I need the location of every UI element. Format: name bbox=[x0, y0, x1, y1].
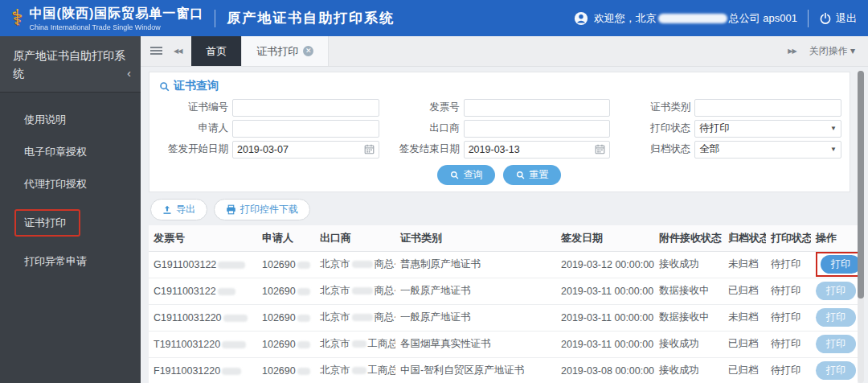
redaction-smudge bbox=[352, 340, 366, 348]
cert-type: 普惠制原产地证书 bbox=[395, 251, 556, 278]
sidebar-collapse-icon[interactable]: ‹ bbox=[127, 64, 131, 82]
redaction-smudge bbox=[297, 262, 310, 269]
chevron-down-icon: ▼ bbox=[830, 125, 837, 132]
close-tab-icon[interactable]: ✕ bbox=[303, 46, 313, 56]
print-status-label: 打印状态 bbox=[620, 121, 690, 135]
print-button[interactable]: 打印 bbox=[816, 361, 856, 380]
sidebar: 原产地证书自助打印系统 ‹ 使用说明 电子印章授权 代理打印授权 证书打印 打印… bbox=[0, 36, 141, 383]
field-start-date: 签发开始日期 bbox=[158, 140, 379, 159]
redaction-smudge bbox=[297, 288, 310, 295]
logout-label: 退出 bbox=[836, 11, 857, 26]
menu-toggle-icon[interactable] bbox=[150, 47, 162, 56]
cert-no-label: 证书编号 bbox=[158, 101, 228, 114]
system-title: 原产地证书自助打印系统 bbox=[227, 9, 395, 27]
exporter-suffix: 工商总公司 bbox=[368, 338, 396, 349]
print-status: 待打印 bbox=[766, 251, 811, 278]
exporter-suffix: 商总公司 bbox=[375, 258, 396, 270]
sidebar-item-usage[interactable]: 使用说明 bbox=[0, 104, 141, 136]
print-button[interactable]: 打印 bbox=[816, 335, 856, 353]
results-table: 发票号 申请人 出口商 证书类别 签发日期 附件接收状态 归档状态 打印状态 操… bbox=[149, 225, 858, 383]
exporter: 北京市 bbox=[320, 338, 350, 349]
applicant: 102690 bbox=[262, 259, 296, 270]
print-button[interactable]: 打印 bbox=[816, 282, 856, 300]
issue-date: 2019-03-08 00:00:00 bbox=[556, 357, 654, 383]
cert-type-input[interactable] bbox=[699, 102, 837, 113]
exporter-input[interactable] bbox=[469, 123, 606, 134]
redaction-smudge bbox=[223, 315, 248, 322]
redaction-smudge bbox=[218, 262, 245, 269]
logo-caduceus-icon: ⚕ bbox=[11, 7, 23, 29]
brand-title-cn: 中国(陕西)国际贸易单一窗口 bbox=[30, 6, 204, 23]
tab-right-tools: ▶▶ 关闭操作 ▾ bbox=[775, 36, 868, 66]
app-window: ⚕ 中国(陕西)国际贸易单一窗口 China International Tra… bbox=[0, 0, 868, 383]
applicant: 102690 bbox=[262, 312, 296, 323]
table-row: F19110031220 102690 北京市工商总公司 中国-智利自贸区原产地… bbox=[149, 357, 858, 383]
start-date-input[interactable] bbox=[237, 144, 361, 155]
scrollbar-thumb[interactable] bbox=[858, 71, 864, 299]
calendar-icon[interactable] bbox=[364, 144, 375, 154]
redaction-smudge bbox=[222, 368, 241, 375]
table-toolbar: 导出 打印控件下载 bbox=[150, 199, 850, 220]
export-button[interactable]: 导出 bbox=[150, 199, 207, 220]
annotation-red-box: 证书打印 bbox=[14, 209, 80, 237]
print-button[interactable]: 打印 bbox=[816, 308, 856, 327]
archive-status: 未归档 bbox=[723, 304, 766, 331]
print-control-label: 打印控件下载 bbox=[240, 203, 298, 216]
issue-date: 2019-03-11 00:00:00 bbox=[556, 331, 654, 357]
tab-cert-print[interactable]: 证书打印 ✕ bbox=[241, 36, 329, 66]
print-control-download-button[interactable]: 打印控件下载 bbox=[214, 199, 310, 220]
applicant-input[interactable] bbox=[237, 123, 375, 134]
invoice-no: F19110031220 bbox=[154, 365, 220, 377]
print-button[interactable]: 打印 bbox=[821, 255, 858, 274]
header-divider-2 bbox=[808, 10, 809, 27]
exporter: 北京市 bbox=[320, 311, 350, 323]
search-button[interactable]: 查询 bbox=[437, 165, 495, 185]
print-status: 待打印 bbox=[766, 331, 811, 357]
applicant: 102690 bbox=[262, 339, 296, 350]
print-status-select[interactable]: ▼ bbox=[694, 120, 841, 138]
close-operations-dropdown[interactable]: 关闭操作 ▾ bbox=[809, 44, 855, 58]
welcome-suffix: 总公司 aps001 bbox=[729, 12, 797, 24]
start-date-picker[interactable] bbox=[232, 141, 379, 159]
printer-icon bbox=[226, 204, 236, 215]
query-buttons: 查询 重置 bbox=[158, 161, 841, 185]
sidebar-menu: 使用说明 电子印章授权 代理打印授权 证书打印 打印异常申请 bbox=[0, 93, 141, 278]
query-title-text: 证书查询 bbox=[174, 79, 219, 93]
sidebar-title-text: 原产地证书自助打印系统 bbox=[13, 49, 125, 80]
col-exporter: 出口商 bbox=[315, 225, 395, 251]
logout-button[interactable]: 退出 bbox=[819, 11, 857, 26]
redaction-smudge bbox=[352, 261, 373, 268]
archive-status-select[interactable]: ▼ bbox=[694, 141, 841, 159]
invoice-no-input[interactable] bbox=[469, 102, 606, 113]
sidebar-item-cert-print[interactable]: 证书打印 bbox=[0, 200, 141, 245]
close-operations-label: 关闭操作 bbox=[809, 45, 848, 56]
sidebar-item-print-exception[interactable]: 打印异常申请 bbox=[0, 245, 141, 278]
issue-date: 2019-03-11 00:00:00 bbox=[556, 278, 654, 304]
cert-no-input[interactable] bbox=[237, 102, 375, 113]
sidebar-item-eseal-auth[interactable]: 电子印章授权 bbox=[0, 136, 141, 168]
invoice-no-label: 发票号 bbox=[389, 101, 460, 114]
scroll-tabs-right-icon[interactable]: ▶▶ bbox=[788, 47, 796, 55]
cert-type: 各国烟草真实性证书 bbox=[395, 331, 556, 357]
reset-button[interactable]: 重置 bbox=[503, 165, 561, 185]
field-cert-no: 证书编号 bbox=[158, 98, 379, 117]
end-date-picker[interactable] bbox=[464, 141, 611, 159]
tab-home[interactable]: 首页 bbox=[191, 36, 241, 66]
redaction-smudge bbox=[352, 367, 366, 374]
end-date-label: 签发结束日期 bbox=[389, 142, 460, 156]
welcome-text: 欢迎您，北京总公司 aps001 bbox=[594, 11, 797, 26]
scroll-tabs-left-icon[interactable]: ◀◀ bbox=[174, 47, 182, 55]
invoice-no: C1911003122 bbox=[154, 286, 216, 297]
exporter-label: 出口商 bbox=[389, 121, 460, 135]
cert-type: 一般原产地证书 bbox=[395, 304, 556, 331]
tab-bar: ◀◀ 首页 证书打印 ✕ ▶▶ 关闭操作 ▾ bbox=[141, 36, 868, 67]
archive-status: 已归档 bbox=[723, 331, 766, 357]
end-date-input[interactable] bbox=[469, 144, 592, 155]
archive-status-value bbox=[699, 144, 827, 155]
field-invoice-no: 发票号 bbox=[389, 98, 611, 117]
field-applicant: 申请人 bbox=[158, 119, 379, 138]
print-status-value bbox=[699, 123, 827, 134]
calendar-icon[interactable] bbox=[595, 144, 605, 154]
sidebar-item-agent-print-auth[interactable]: 代理打印授权 bbox=[0, 168, 141, 200]
tab-label: 首页 bbox=[206, 44, 227, 59]
